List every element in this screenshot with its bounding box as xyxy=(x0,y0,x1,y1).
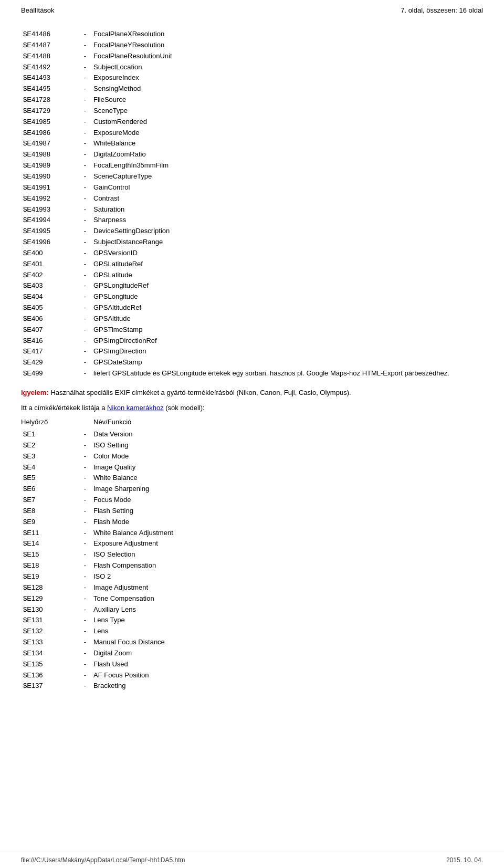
row-dash: - xyxy=(79,473,91,484)
row-value: Lens xyxy=(91,626,483,637)
table-row: $E41728 - FileSource xyxy=(21,95,483,106)
section-prefix: Itt a címkék/értékek listája a xyxy=(21,404,107,412)
row-dash: - xyxy=(79,259,91,270)
header-left: Beállítások xyxy=(21,6,55,14)
table-row: $E41493 - ExposureIndex xyxy=(21,72,483,83)
row-dash: - xyxy=(79,429,91,440)
row-value: SceneCaptureType xyxy=(91,171,483,182)
row-value: SubjectLocation xyxy=(91,62,483,73)
row-key: $E8 xyxy=(21,506,79,517)
row-dash: - xyxy=(79,538,91,549)
row-value: GPSVersionID xyxy=(91,248,483,259)
table-row: $E41985 - CustomRendered xyxy=(21,117,483,128)
row-dash: - xyxy=(79,626,91,637)
table-row: $E404 - GPSLongitude xyxy=(21,291,483,302)
row-key: $E41985 xyxy=(21,117,79,128)
row-value: SubjectDistanceRange xyxy=(91,237,483,248)
table-row: $E41486 - FocalPlaneXResolution xyxy=(21,29,483,40)
row-value: Exposure Adjustment xyxy=(91,538,483,549)
table-row: $E403 - GPSLongitudeRef xyxy=(21,280,483,291)
row-key: $E41988 xyxy=(21,149,79,160)
row-key: $E401 xyxy=(21,259,79,270)
row-dash: - xyxy=(79,615,91,626)
row-value: Auxiliary Lens xyxy=(91,604,483,615)
row-key: $E15 xyxy=(21,549,79,560)
row-key: $E404 xyxy=(21,291,79,302)
row-dash: - xyxy=(79,95,91,106)
row-key: $E129 xyxy=(21,593,79,604)
row-value: FileSource xyxy=(91,95,483,106)
table-row: $E41992 - Contrast xyxy=(21,193,483,204)
row-key: $E137 xyxy=(21,681,79,692)
table-row: $E2 - ISO Setting xyxy=(21,440,483,451)
row-dash: - xyxy=(79,237,91,248)
row-dash: - xyxy=(79,681,91,692)
row-value: WhiteBalance xyxy=(91,138,483,149)
row-value: GainControl xyxy=(91,182,483,193)
row-dash: - xyxy=(79,357,91,368)
row-key: $E41992 xyxy=(21,193,79,204)
row-value: Manual Focus Distance xyxy=(91,637,483,648)
row-key: $E7 xyxy=(21,495,79,506)
row-dash: - xyxy=(79,117,91,128)
row-dash: - xyxy=(79,215,91,226)
table-row: $E407 - GPSTimeStamp xyxy=(21,325,483,336)
row-key: $E407 xyxy=(21,325,79,336)
row-dash: - xyxy=(79,291,91,302)
row-key: $E19 xyxy=(21,571,79,582)
row-dash: - xyxy=(79,280,91,291)
table-row: $E41993 - Saturation xyxy=(21,204,483,215)
table-row: $E134 - Digital Zoom xyxy=(21,648,483,659)
row-value: CustomRendered xyxy=(91,117,483,128)
row-value: White Balance xyxy=(91,473,483,484)
note-text: Használhat speciális EXIF címkéket a gyá… xyxy=(50,389,351,396)
row-value: GPSLatitude xyxy=(91,270,483,281)
row-dash: - xyxy=(79,270,91,281)
row-dash: - xyxy=(79,346,91,357)
row-dash: - xyxy=(79,182,91,193)
row-value: AF Focus Position xyxy=(91,670,483,681)
row-key: $E41487 xyxy=(21,40,79,51)
table-row: $E41487 - FocalPlaneYResolution xyxy=(21,40,483,51)
row-key: $E14 xyxy=(21,538,79,549)
table-row: $E137 - Bracketing xyxy=(21,681,483,692)
row-value: Flash Used xyxy=(91,659,483,670)
row-value: FocalPlaneXResolution xyxy=(91,29,483,40)
row-key: $E4 xyxy=(21,462,79,473)
table-row: $E9 - Flash Mode xyxy=(21,517,483,528)
row-value: GPSLongitudeRef xyxy=(91,280,483,291)
row-key: $E132 xyxy=(21,626,79,637)
row-key: $E41994 xyxy=(21,215,79,226)
row-dash: - xyxy=(79,72,91,83)
row-key: $E417 xyxy=(21,346,79,357)
table-row: $E41729 - SceneType xyxy=(21,106,483,117)
row-dash: - xyxy=(79,593,91,604)
table-row: $E15 - ISO Selection xyxy=(21,549,483,560)
table-row: $E7 - Focus Mode xyxy=(21,495,483,506)
section-intro: Itt a címkék/értékek listája a Nikon kam… xyxy=(21,404,483,412)
table-row: $E4 - Image Quality xyxy=(21,462,483,473)
row-value: liefert GPSLatitude és GPSLongitude érté… xyxy=(91,368,483,379)
row-value: Color Mode xyxy=(91,451,483,462)
row-dash: - xyxy=(79,659,91,670)
table-row: $E135 - Flash Used xyxy=(21,659,483,670)
row-value: GPSTimeStamp xyxy=(91,325,483,336)
row-value: GPSDateStamp xyxy=(91,357,483,368)
row-dash: - xyxy=(79,313,91,325)
nikon-link[interactable]: Nikon kamerákhoz xyxy=(107,404,164,412)
row-dash: - xyxy=(79,325,91,336)
row-dash: - xyxy=(79,138,91,149)
row-dash: - xyxy=(79,506,91,517)
table-row: $E41495 - SensingMethod xyxy=(21,83,483,95)
note-label: igyelem: xyxy=(21,389,49,396)
row-key: $E41990 xyxy=(21,171,79,182)
row-dash: - xyxy=(79,62,91,73)
row-dash: - xyxy=(79,193,91,204)
row-dash: - xyxy=(79,549,91,560)
row-dash: - xyxy=(79,462,91,473)
row-dash: - xyxy=(79,484,91,495)
section-suffix: (sok modell): xyxy=(164,404,205,412)
row-key: $E41729 xyxy=(21,106,79,117)
row-value: Flash Mode xyxy=(91,517,483,528)
row-dash: - xyxy=(79,495,91,506)
